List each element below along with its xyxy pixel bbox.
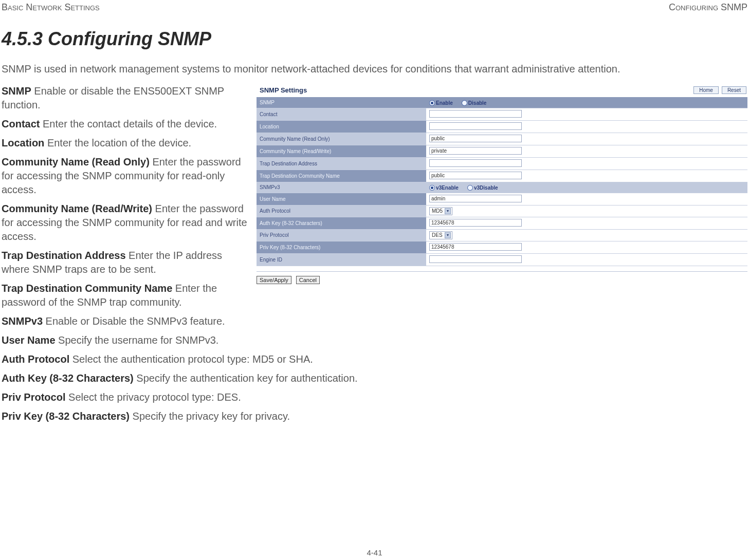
def-term-location: Location [2, 137, 44, 148]
priv-protocol-value: DES [432, 232, 443, 238]
row-label-trap-comm: Trap Destination Community Name [257, 170, 426, 182]
radio-v3enable-icon[interactable] [429, 185, 435, 191]
row-label-username: User Name [257, 193, 426, 205]
save-apply-button[interactable]: Save/Apply [257, 276, 291, 284]
snmp-radio-group[interactable]: Enable Disable [426, 97, 747, 108]
row-label-auth-key: Auth Key (8-32 Characters) [257, 217, 426, 229]
def-term-comm-rw: Community Name (Read/Write) [2, 203, 152, 214]
radio-v3enable-label: v3Enable [436, 185, 459, 191]
home-button[interactable]: Home [693, 86, 719, 94]
username-input[interactable]: admin [429, 195, 522, 202]
running-header-left: Basic Network Settings [2, 2, 100, 13]
radio-v3disable-icon[interactable] [467, 185, 473, 191]
def-term-auth-key: Auth Key (8-32 Characters) [2, 372, 134, 384]
radio-v3disable-label: v3Disable [474, 185, 498, 191]
def-term-priv-proto: Priv Protocol [2, 391, 65, 403]
priv-protocol-select[interactable]: DES ▾ [429, 231, 452, 239]
contact-input[interactable] [429, 110, 522, 118]
row-label-location: Location [257, 120, 426, 133]
radio-disable-icon[interactable] [462, 100, 467, 106]
def-term-snmp: SNMP [2, 85, 31, 97]
radio-enable-icon[interactable] [429, 100, 435, 106]
community-readwrite-input[interactable]: private [429, 147, 522, 155]
def-term-contact: Contact [2, 118, 40, 129]
cancel-button[interactable]: Cancel [296, 276, 320, 284]
snmp-settings-table: SNMP Enable Disable Contact Location Com… [257, 97, 747, 266]
section-heading: 4.5.3 Configuring SNMP [2, 28, 747, 50]
community-readonly-input[interactable]: public [429, 135, 522, 142]
def-desc-priv-key: Specify the privacy key for privacy. [130, 410, 290, 422]
row-label-comm-rw: Community Name (Read/Write) [257, 145, 426, 157]
intro-paragraph: SNMP is used in network management syste… [2, 62, 747, 76]
def-term-trap-addr: Trap Destination Address [2, 250, 126, 261]
location-input[interactable] [429, 122, 522, 130]
def-term-trap-comm: Trap Destination Community Name [2, 283, 172, 294]
auth-protocol-select[interactable]: MD5 ▾ [429, 207, 452, 215]
chevron-down-icon: ▾ [445, 232, 451, 238]
def-desc-snmpv3: Enable or Disable the SNMPv3 feature. [43, 315, 225, 327]
row-label-comm-ro: Community Name (Read Only) [257, 133, 426, 145]
def-term-username: User Name [2, 334, 56, 346]
row-label-contact: Contact [257, 108, 426, 120]
def-desc-contact: Enter the contact details of the device. [40, 118, 217, 129]
running-header-right: Configuring SNMP [669, 2, 747, 13]
figure-title: SNMP Settings [260, 86, 307, 94]
auth-key-input[interactable]: 12345678 [429, 219, 522, 227]
row-label-auth-proto: Auth Protocol [257, 205, 426, 217]
def-desc-auth-proto: Select the authentication protocol type:… [69, 353, 313, 365]
divider [257, 271, 747, 272]
priv-key-input[interactable]: 12345678 [429, 243, 522, 251]
chevron-down-icon: ▾ [445, 208, 451, 214]
trap-community-input[interactable]: public [429, 172, 522, 179]
radio-disable-label: Disable [468, 100, 487, 106]
def-desc-snmp: Enable or disable the ENS500EXT SNMP fun… [2, 85, 224, 110]
def-term-auth-proto: Auth Protocol [2, 353, 69, 365]
page-number: 4-41 [0, 548, 749, 557]
row-label-trap-addr: Trap Destination Address [257, 157, 426, 170]
snmpv3-radio-group[interactable]: v3Enable v3Disable [426, 182, 747, 193]
def-desc-auth-key: Specify the authentication key for authe… [134, 372, 358, 384]
def-desc-priv-proto: Select the privacy protocol type: DES. [65, 391, 241, 403]
row-label-snmp: SNMP [257, 97, 426, 108]
engine-id-input[interactable] [429, 255, 522, 263]
row-label-snmpv3: SNMPv3 [257, 182, 426, 193]
row-label-priv-key: Priv Key (8-32 Characters) [257, 241, 426, 253]
def-term-comm-ro: Community Name (Read Only) [2, 156, 150, 167]
reset-button[interactable]: Reset [722, 86, 746, 94]
radio-enable-label: Enable [436, 100, 453, 106]
row-label-priv-proto: Priv Protocol [257, 229, 426, 241]
auth-protocol-value: MD5 [432, 208, 443, 214]
def-term-snmpv3: SNMPv3 [2, 315, 43, 327]
row-label-engine-id: Engine ID [257, 253, 426, 266]
snmp-settings-figure: SNMP Settings Home Reset SNMP Enable Dis… [257, 84, 747, 284]
def-desc-location: Enter the location of the device. [44, 137, 191, 148]
trap-address-input[interactable] [429, 159, 522, 167]
def-term-priv-key: Priv Key (8-32 Characters) [2, 410, 130, 422]
def-desc-username: Specify the username for SNMPv3. [56, 334, 219, 346]
